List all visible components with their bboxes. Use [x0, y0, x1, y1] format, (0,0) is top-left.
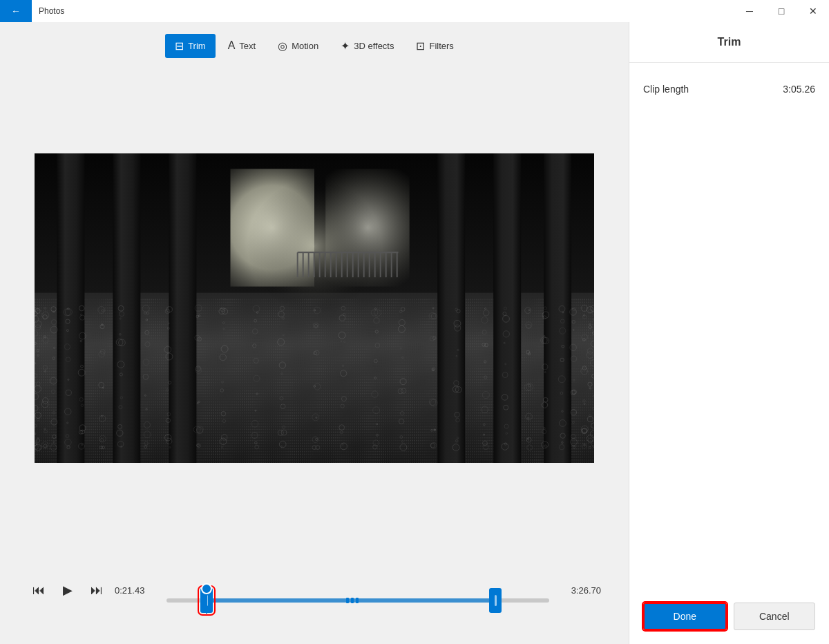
close-button[interactable]: ✕ — [797, 0, 829, 22]
total-time: 3:26.70 — [563, 585, 601, 596]
back-button[interactable]: ← — [0, 0, 32, 22]
app-title: Photos — [39, 6, 64, 16]
playhead-line — [206, 594, 207, 614]
segment-dot — [356, 598, 359, 603]
segment-dot — [351, 598, 354, 603]
trim-icon: ⊟ — [175, 39, 184, 53]
controls-area: ⏮ ▶ ⏭ 0:21.43 — [0, 547, 629, 644]
trim-label: Trim — [188, 41, 206, 51]
title-bar-controls: ─ □ ✕ — [734, 0, 829, 22]
done-button[interactable]: Done — [643, 603, 727, 630]
motion-button[interactable]: ◎ Motion — [268, 34, 328, 58]
back-icon: ← — [11, 6, 21, 17]
main-area: ⊟ Trim A Text ◎ Motion ✦ 3D effects ⊡ Fi… — [0, 22, 829, 644]
right-panel-actions: Done Cancel — [629, 589, 829, 644]
maximize-button[interactable]: □ — [765, 0, 797, 22]
title-bar-left: ← Photos — [0, 0, 64, 22]
3deffects-icon: ✦ — [341, 39, 350, 53]
minimize-button[interactable]: ─ — [734, 0, 765, 22]
right-panel-title: Trim — [629, 22, 829, 63]
step-forward-button[interactable]: ⏭ — [86, 579, 108, 601]
right-panel-content: Clip length 3:05.26 — [629, 63, 829, 589]
playhead-circle — [201, 583, 212, 594]
3deffects-label: 3D effects — [354, 41, 394, 51]
clip-length-label: Clip length — [643, 84, 689, 95]
timeline-track — [166, 598, 549, 603]
trim-button[interactable]: ⊟ Trim — [165, 34, 216, 58]
step-back-button[interactable]: ⏮ — [28, 579, 50, 601]
current-time: 0:21.43 — [115, 585, 153, 596]
video-frame — [35, 153, 594, 463]
video-canvas — [35, 153, 594, 463]
3deffects-button[interactable]: ✦ 3D effects — [331, 34, 403, 58]
right-panel: Trim Clip length 3:05.26 Done Cancel — [629, 22, 829, 644]
title-bar: ← Photos ─ □ ✕ — [0, 0, 829, 22]
timeline-wrapper[interactable] — [166, 578, 549, 603]
segment-dot — [346, 598, 349, 603]
text-label: Text — [239, 41, 256, 51]
text-button[interactable]: A Text — [218, 34, 266, 57]
filters-button[interactable]: ⊡ Filters — [406, 34, 463, 58]
playhead[interactable] — [201, 583, 212, 614]
cancel-button[interactable]: Cancel — [734, 603, 816, 630]
motion-icon: ◎ — [278, 39, 287, 53]
motion-label: Motion — [292, 41, 318, 51]
video-container — [0, 69, 629, 547]
editor-panel: ⊟ Trim A Text ◎ Motion ✦ 3D effects ⊡ Fi… — [0, 22, 629, 644]
filters-label: Filters — [429, 41, 453, 51]
filters-icon: ⊡ — [416, 39, 425, 53]
segment-markers — [346, 598, 359, 603]
playback-controls: ⏮ ▶ ⏭ 0:21.43 — [28, 578, 601, 603]
text-icon: A — [228, 39, 236, 52]
trim-handle-right[interactable] — [489, 588, 502, 613]
clip-length-row: Clip length 3:05.26 — [643, 77, 815, 102]
clip-length-value: 3:05.26 — [783, 84, 815, 95]
play-button[interactable]: ▶ — [57, 579, 79, 601]
toolbar: ⊟ Trim A Text ◎ Motion ✦ 3D effects ⊡ Fi… — [0, 22, 629, 69]
